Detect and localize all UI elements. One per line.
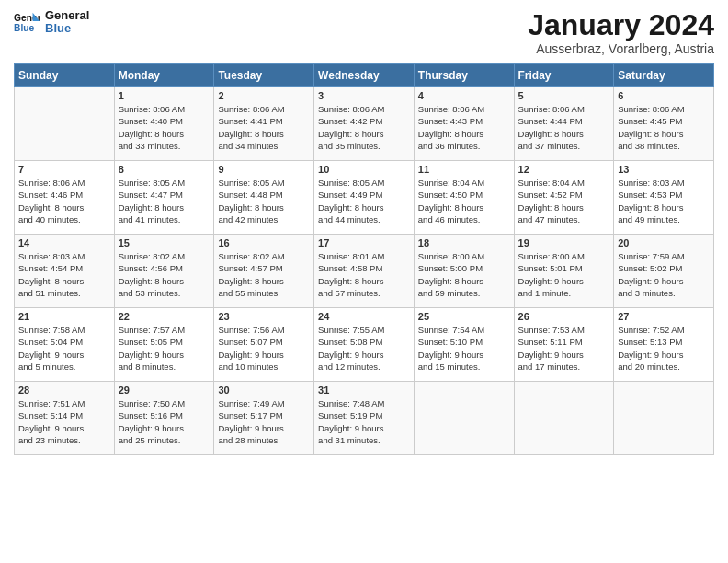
weekday-header-sunday: Sunday (15, 64, 115, 87)
day-info: Sunrise: 8:06 AMSunset: 4:44 PMDaylight:… (518, 103, 610, 152)
calendar-cell (514, 382, 614, 455)
svg-text:Blue: Blue (14, 24, 35, 34)
day-info: Sunrise: 8:06 AMSunset: 4:40 PMDaylight:… (119, 103, 210, 152)
day-number: 6 (618, 90, 710, 101)
day-number: 27 (618, 311, 710, 322)
day-number: 25 (418, 311, 510, 322)
calendar-cell: 28Sunrise: 7:51 AMSunset: 5:14 PMDayligh… (15, 382, 115, 455)
day-info: Sunrise: 8:06 AMSunset: 4:43 PMDaylight:… (418, 103, 510, 152)
calendar-cell: 9Sunrise: 8:05 AMSunset: 4:48 PMDaylight… (214, 161, 314, 235)
day-number: 9 (218, 164, 310, 175)
day-number: 24 (318, 311, 410, 322)
day-number: 22 (119, 311, 210, 322)
calendar-week-row: 28Sunrise: 7:51 AMSunset: 5:14 PMDayligh… (15, 382, 714, 455)
calendar-week-row: 7Sunrise: 8:06 AMSunset: 4:46 PMDaylight… (15, 161, 714, 235)
calendar-cell: 29Sunrise: 7:50 AMSunset: 5:16 PMDayligh… (114, 382, 214, 455)
weekday-header-thursday: Thursday (414, 64, 514, 87)
location-subtitle: Ausserbraz, Vorarlberg, Austria (528, 41, 714, 56)
day-number: 30 (218, 385, 310, 396)
month-title: January 2024 (528, 9, 714, 41)
calendar-cell: 21Sunrise: 7:58 AMSunset: 5:04 PMDayligh… (15, 308, 115, 382)
calendar-cell: 14Sunrise: 8:03 AMSunset: 4:54 PMDayligh… (15, 235, 115, 308)
calendar-cell (15, 87, 115, 161)
day-number: 4 (418, 90, 510, 101)
day-info: Sunrise: 7:50 AMSunset: 5:16 PMDaylight:… (119, 397, 210, 446)
title-block: January 2024 Ausserbraz, Vorarlberg, Aus… (528, 9, 714, 56)
calendar-cell: 10Sunrise: 8:05 AMSunset: 4:49 PMDayligh… (314, 161, 415, 235)
calendar-cell: 31Sunrise: 7:48 AMSunset: 5:19 PMDayligh… (314, 382, 415, 455)
day-info: Sunrise: 8:06 AMSunset: 4:45 PMDaylight:… (618, 103, 710, 152)
day-info: Sunrise: 7:52 AMSunset: 5:13 PMDaylight:… (618, 324, 710, 373)
day-info: Sunrise: 7:48 AMSunset: 5:19 PMDaylight:… (318, 397, 410, 446)
day-number: 18 (418, 237, 510, 248)
day-info: Sunrise: 8:06 AMSunset: 4:42 PMDaylight:… (318, 103, 410, 152)
calendar-cell: 18Sunrise: 8:00 AMSunset: 5:00 PMDayligh… (414, 235, 514, 308)
weekday-header-wednesday: Wednesday (314, 64, 415, 87)
calendar-cell: 15Sunrise: 8:02 AMSunset: 4:56 PMDayligh… (114, 235, 214, 308)
calendar-cell: 4Sunrise: 8:06 AMSunset: 4:43 PMDaylight… (414, 87, 514, 161)
calendar-cell (614, 382, 714, 455)
day-number: 31 (318, 385, 410, 396)
day-info: Sunrise: 8:06 AMSunset: 4:46 PMDaylight:… (18, 177, 110, 225)
calendar-cell: 24Sunrise: 7:55 AMSunset: 5:08 PMDayligh… (314, 308, 415, 382)
calendar-cell: 27Sunrise: 7:52 AMSunset: 5:13 PMDayligh… (614, 308, 714, 382)
calendar-cell: 8Sunrise: 8:05 AMSunset: 4:47 PMDaylight… (114, 161, 214, 235)
logo: General Blue General Blue (14, 9, 89, 36)
day-info: Sunrise: 7:53 AMSunset: 5:11 PMDaylight:… (518, 324, 610, 373)
calendar-cell: 16Sunrise: 8:02 AMSunset: 4:57 PMDayligh… (214, 235, 314, 308)
day-number: 26 (518, 311, 610, 322)
calendar-cell: 12Sunrise: 8:04 AMSunset: 4:52 PMDayligh… (514, 161, 614, 235)
day-info: Sunrise: 8:03 AMSunset: 4:54 PMDaylight:… (18, 250, 110, 299)
weekday-header-row: SundayMondayTuesdayWednesdayThursdayFrid… (15, 64, 714, 87)
calendar-cell: 3Sunrise: 8:06 AMSunset: 4:42 PMDaylight… (314, 87, 415, 161)
calendar-table: SundayMondayTuesdayWednesdayThursdayFrid… (14, 63, 714, 455)
day-info: Sunrise: 7:56 AMSunset: 5:07 PMDaylight:… (218, 324, 310, 373)
day-number: 1 (119, 90, 210, 101)
calendar-cell: 19Sunrise: 8:00 AMSunset: 5:01 PMDayligh… (514, 235, 614, 308)
calendar-page: General Blue General Blue January 2024 A… (0, 0, 728, 563)
calendar-cell: 22Sunrise: 7:57 AMSunset: 5:05 PMDayligh… (114, 308, 214, 382)
calendar-week-row: 21Sunrise: 7:58 AMSunset: 5:04 PMDayligh… (15, 308, 714, 382)
calendar-cell: 6Sunrise: 8:06 AMSunset: 4:45 PMDaylight… (614, 87, 714, 161)
day-number: 21 (18, 311, 110, 322)
calendar-cell: 17Sunrise: 8:01 AMSunset: 4:58 PMDayligh… (314, 235, 415, 308)
day-info: Sunrise: 8:03 AMSunset: 4:53 PMDaylight:… (618, 177, 710, 225)
day-info: Sunrise: 7:59 AMSunset: 5:02 PMDaylight:… (618, 250, 710, 299)
day-number: 2 (218, 90, 310, 101)
day-number: 17 (318, 237, 410, 248)
header: General Blue General Blue January 2024 A… (14, 9, 714, 56)
calendar-cell: 23Sunrise: 7:56 AMSunset: 5:07 PMDayligh… (214, 308, 314, 382)
day-number: 23 (218, 311, 310, 322)
calendar-week-row: 1Sunrise: 8:06 AMSunset: 4:40 PMDaylight… (15, 87, 714, 161)
day-info: Sunrise: 8:05 AMSunset: 4:48 PMDaylight:… (218, 177, 310, 225)
calendar-week-row: 14Sunrise: 8:03 AMSunset: 4:54 PMDayligh… (15, 235, 714, 308)
calendar-cell: 1Sunrise: 8:06 AMSunset: 4:40 PMDaylight… (114, 87, 214, 161)
day-number: 19 (518, 237, 610, 248)
day-info: Sunrise: 8:05 AMSunset: 4:47 PMDaylight:… (119, 177, 210, 225)
calendar-cell: 2Sunrise: 8:06 AMSunset: 4:41 PMDaylight… (214, 87, 314, 161)
day-info: Sunrise: 8:04 AMSunset: 4:50 PMDaylight:… (418, 177, 510, 225)
day-info: Sunrise: 7:57 AMSunset: 5:05 PMDaylight:… (119, 324, 210, 373)
day-info: Sunrise: 7:51 AMSunset: 5:14 PMDaylight:… (18, 397, 110, 446)
day-number: 7 (18, 164, 110, 175)
calendar-cell: 13Sunrise: 8:03 AMSunset: 4:53 PMDayligh… (614, 161, 714, 235)
day-number: 15 (119, 237, 210, 248)
calendar-cell (414, 382, 514, 455)
day-info: Sunrise: 8:06 AMSunset: 4:41 PMDaylight:… (218, 103, 310, 152)
day-info: Sunrise: 8:02 AMSunset: 4:57 PMDaylight:… (218, 250, 310, 299)
day-number: 3 (318, 90, 410, 101)
day-number: 11 (418, 164, 510, 175)
day-number: 12 (518, 164, 610, 175)
day-number: 5 (518, 90, 610, 101)
logo-general-text: General (45, 9, 89, 22)
day-info: Sunrise: 8:04 AMSunset: 4:52 PMDaylight:… (518, 177, 610, 225)
calendar-cell: 30Sunrise: 7:49 AMSunset: 5:17 PMDayligh… (214, 382, 314, 455)
calendar-cell: 26Sunrise: 7:53 AMSunset: 5:11 PMDayligh… (514, 308, 614, 382)
day-number: 13 (618, 164, 710, 175)
day-number: 8 (119, 164, 210, 175)
day-number: 10 (318, 164, 410, 175)
day-info: Sunrise: 8:00 AMSunset: 5:00 PMDaylight:… (418, 250, 510, 299)
calendar-cell: 11Sunrise: 8:04 AMSunset: 4:50 PMDayligh… (414, 161, 514, 235)
calendar-cell: 5Sunrise: 8:06 AMSunset: 4:44 PMDaylight… (514, 87, 614, 161)
day-number: 29 (119, 385, 210, 396)
